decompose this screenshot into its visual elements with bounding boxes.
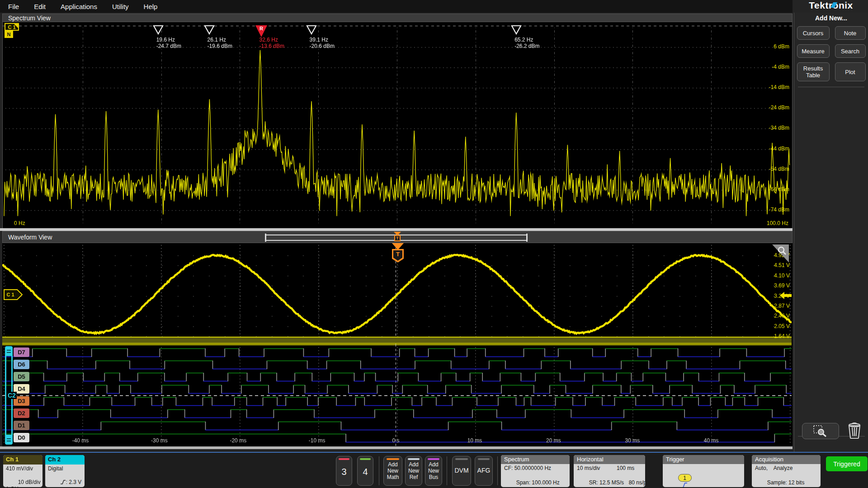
svg-text:C 1: C 1 bbox=[6, 292, 14, 297]
rising-edge-icon bbox=[680, 482, 688, 487]
time-tick-label: 20 ms bbox=[546, 437, 561, 444]
menu-edit[interactable]: Edit bbox=[34, 3, 46, 10]
add-new-bus-button[interactable]: AddNewBus bbox=[425, 456, 442, 486]
digital-group-grip-bottom[interactable] bbox=[5, 435, 13, 445]
tektronix-logo: Tektronix bbox=[794, 0, 868, 13]
channel2-bus-label[interactable]: C2 bbox=[7, 392, 17, 399]
spectrum-settings-panel[interactable]: Spectrum CF: 50.0000000 Hz Span: 100.000… bbox=[501, 455, 570, 487]
add-new-math-button[interactable]: AddNewMath bbox=[383, 456, 402, 486]
channel1-waveform-badge[interactable]: C 1 bbox=[4, 289, 23, 300]
time-tick-label: 40 ms bbox=[704, 437, 719, 444]
digital-badge-d7[interactable]: D7 bbox=[14, 347, 29, 357]
spectrum-view-titlebar[interactable]: Spectrum View bbox=[2, 14, 793, 22]
digital-badge-d6[interactable]: D6 bbox=[14, 360, 29, 369]
channel3-button[interactable]: 3 bbox=[336, 456, 352, 486]
menu-applications[interactable]: Applications bbox=[61, 3, 97, 10]
divider bbox=[497, 456, 498, 485]
menu-help[interactable]: Help bbox=[144, 3, 158, 10]
trigger-source-pill: 1 bbox=[678, 474, 692, 482]
trigger-arrow-icon bbox=[392, 243, 404, 250]
channel1-badge[interactable]: Ch 1 410 mV/div 10 dB/div1 GHz bbox=[3, 455, 42, 487]
magnifier-icon bbox=[777, 246, 787, 256]
channel4-button[interactable]: 4 bbox=[357, 456, 373, 486]
threshold-edge-icon bbox=[60, 479, 66, 485]
add-measure-button[interactable]: Measure bbox=[797, 44, 830, 58]
spectrum-graticule[interactable]: C 1 N 19.6 Hz-24.7 dBm26.1 Hz-19.6 dBmR3… bbox=[2, 22, 793, 228]
trash-button[interactable] bbox=[846, 421, 863, 439]
digital-group-grip-top[interactable] bbox=[5, 346, 13, 356]
spectrum-trace-mode-badge[interactable]: N bbox=[5, 31, 13, 38]
time-tick-label: -10 ms bbox=[309, 437, 326, 444]
spectrum-view-title: Spectrum View bbox=[8, 14, 51, 22]
badge-fold-icon bbox=[13, 23, 19, 29]
digital-channels-view[interactable]: D7 D6 D5 D4 D3 D2 D1 D0 C2 -40 ms-30 ms-… bbox=[2, 344, 793, 446]
spectrum-source-badge[interactable]: C 1 bbox=[5, 23, 19, 31]
digital-badge-d5[interactable]: D5 bbox=[14, 372, 29, 381]
results-sidebar: Add New... Cursors Note Measure Search R… bbox=[794, 13, 868, 452]
time-tick-label: -30 ms bbox=[151, 437, 168, 444]
trigger-settings-panel[interactable]: Trigger 1 3.31 V bbox=[663, 455, 744, 487]
dvm-button[interactable]: DVM bbox=[452, 456, 471, 486]
waveform-graticule[interactable]: T C 1 4.92 V4.51 V4.10 V3.69 V3.28 V2.87… bbox=[2, 243, 793, 344]
zoom-region-button[interactable] bbox=[802, 423, 839, 439]
dvm-color-stripe bbox=[455, 458, 468, 460]
add-cursors-button[interactable]: Cursors bbox=[797, 26, 830, 40]
math-color-stripe bbox=[387, 458, 399, 460]
time-tick-label: 0 s bbox=[392, 437, 400, 444]
trigger-status-badge: Triggered bbox=[826, 456, 868, 471]
time-tick-label: -40 ms bbox=[72, 437, 89, 444]
panel-splitter[interactable] bbox=[0, 446, 793, 449]
digital-badge-d1[interactable]: D1 bbox=[14, 421, 29, 430]
add-search-button[interactable]: Search bbox=[835, 44, 866, 58]
horizontal-settings-panel[interactable]: Horizontal 10 ms/div SR: 12.5 MS/sRL: 1.… bbox=[574, 455, 645, 487]
digital-badge-d2[interactable]: D2 bbox=[14, 408, 29, 418]
menu-utility[interactable]: Utility bbox=[112, 3, 129, 10]
acquisition-settings-panel[interactable]: Acquisition Auto, Analyze Sample: 12 bit… bbox=[752, 455, 821, 487]
channel4-color-stripe bbox=[360, 458, 371, 460]
trigger-position-indicator[interactable]: T bbox=[393, 232, 401, 243]
divider bbox=[379, 456, 379, 485]
ref-color-stripe bbox=[408, 458, 419, 460]
spectrum-trace-canvas bbox=[3, 22, 792, 228]
oscilloscope-app: File Edit Applications Utility Help Tekt… bbox=[0, 0, 868, 488]
channel2-badge[interactable]: Ch 2 Digital : 2.3 V bbox=[45, 455, 85, 487]
channel3-color-stripe bbox=[339, 458, 349, 460]
time-tick-label: 30 ms bbox=[625, 437, 640, 444]
afg-button[interactable]: AFG bbox=[475, 456, 493, 486]
menu-file[interactable]: File bbox=[8, 3, 19, 10]
waveform-view-title: Waveform View bbox=[8, 234, 52, 241]
trash-icon bbox=[846, 421, 863, 439]
time-tick-label: 10 ms bbox=[467, 437, 482, 444]
add-plot-button[interactable]: Plot bbox=[835, 62, 866, 81]
bottom-control-bar: Ch 1 410 mV/div 10 dB/div1 GHz Ch 2 Digi… bbox=[0, 452, 868, 488]
zoom-region-icon bbox=[813, 425, 828, 437]
add-results-table-button[interactable]: Results Table bbox=[797, 62, 830, 81]
trigger-marker[interactable]: T bbox=[392, 243, 404, 265]
add-note-button[interactable]: Note bbox=[835, 26, 866, 40]
afg-color-stripe bbox=[478, 458, 490, 460]
sidebar-divider bbox=[798, 87, 864, 87]
menu-bar: File Edit Applications Utility Help bbox=[0, 0, 793, 13]
digital-traces-canvas bbox=[2, 344, 792, 446]
divider bbox=[447, 456, 447, 485]
digital-badge-d0[interactable]: D0 bbox=[14, 433, 29, 442]
time-tick-label: -20 ms bbox=[230, 437, 246, 444]
add-new-header: Add New... bbox=[794, 14, 868, 22]
add-new-ref-button[interactable]: AddNewRef bbox=[405, 456, 422, 486]
waveform-view-titlebar[interactable]: Waveform View T bbox=[2, 231, 793, 243]
bus-color-stripe bbox=[428, 458, 439, 460]
